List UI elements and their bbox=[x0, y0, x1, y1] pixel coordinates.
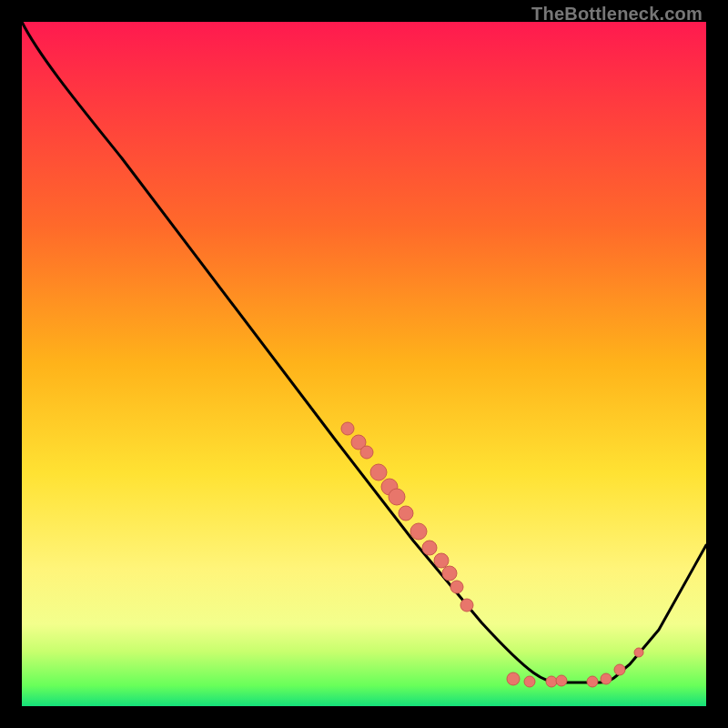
chart-curve bbox=[22, 22, 706, 682]
chart-points bbox=[341, 422, 643, 687]
data-point bbox=[587, 676, 598, 687]
data-point bbox=[601, 673, 612, 684]
data-point bbox=[434, 553, 449, 568]
data-point bbox=[360, 446, 373, 459]
data-point bbox=[450, 581, 463, 593]
data-point bbox=[614, 664, 625, 675]
data-point bbox=[634, 648, 643, 657]
data-point bbox=[460, 599, 473, 612]
data-point bbox=[341, 422, 354, 435]
data-point bbox=[507, 672, 520, 685]
chart-overlay bbox=[22, 22, 706, 706]
data-point bbox=[546, 676, 557, 687]
data-point bbox=[442, 566, 457, 581]
data-point bbox=[389, 489, 405, 505]
data-point bbox=[422, 541, 437, 555]
data-point bbox=[556, 675, 567, 686]
data-point bbox=[370, 464, 387, 480]
data-point bbox=[399, 506, 413, 521]
data-point bbox=[524, 676, 535, 687]
data-point bbox=[410, 523, 427, 540]
